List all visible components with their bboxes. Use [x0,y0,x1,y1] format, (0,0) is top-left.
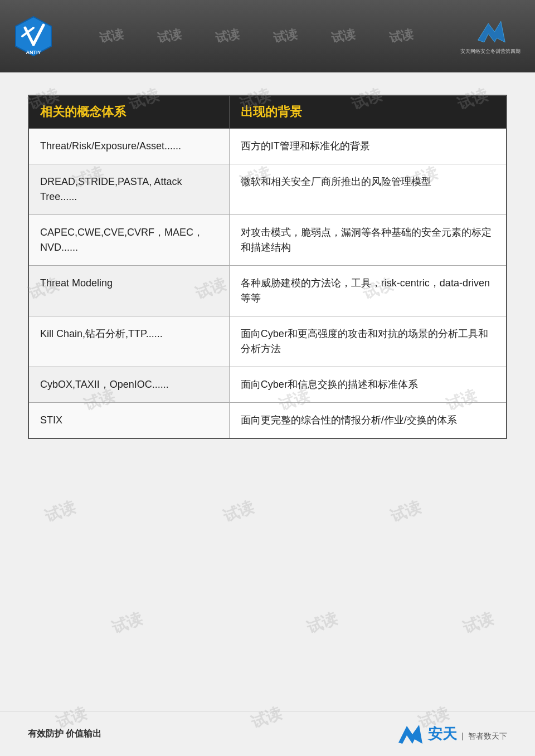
logo-area: ANTIY [11,14,56,58]
main-content: 相关的概念体系 出现的背景 Threat/Risk/Exposure/Asset… [0,72,535,461]
main-table: 相关的概念体系 出现的背景 Threat/Risk/Exposure/Asset… [28,95,507,439]
table-cell-col2-0: 西方的IT管理和标准化的背景 [229,129,507,164]
watermark-19: 试读 [304,608,341,639]
header-wm-6: 试读 [388,26,415,46]
table-cell-col1-4: Kill Chain,钻石分析,TTP...... [28,316,229,367]
watermark-16: 试读 [220,497,257,528]
table-header-row: 相关的概念体系 出现的背景 [28,95,507,129]
footer-separator: | [461,731,464,740]
col2-header: 出现的背景 [229,95,507,129]
header-wm-4: 试读 [272,26,299,46]
footer-brand-sub: 智者数天下 [468,731,507,742]
watermark-18: 试读 [109,608,145,639]
table-cell-col2-3: 各种威胁建模的方法论，工具，risk-centric，data-driven等等 [229,266,507,316]
table-cell-col1-6: STIX [28,403,229,439]
footer-left-text: 有效防护 价值输出 [28,728,101,740]
header-wm-2: 试读 [156,26,183,46]
footer: 有效防护 价值输出 安天 | 智者数天下 [0,711,535,756]
table-row: CybOX,TAXII，OpenIOC......面向Cyber和信息交换的描述… [28,367,507,403]
header-watermarks: 试读 试读 试读 试读 试读 试读 [56,28,457,45]
col1-header: 相关的概念体系 [28,95,229,129]
table-row: DREAD,STRIDE,PASTA, Attack Tree......微软和… [28,164,507,215]
table-cell-col2-4: 面向Cyber和更高强度的攻击和对抗的场景的分析工具和分析方法 [229,316,507,367]
table-cell-col2-6: 面向更完整的综合性的情报分析/作业/交换的体系 [229,403,507,439]
table-cell-col2-1: 微软和相关安全厂商所推出的风险管理模型 [229,164,507,215]
header: ANTIY 试读 试读 试读 试读 试读 试读 安天网络安全冬训营第四期 [0,0,535,72]
table-cell-col2-2: 对攻击模式，脆弱点，漏洞等各种基础的安全元素的标定和描述结构 [229,215,507,266]
watermark-17: 试读 [387,497,424,528]
table-row: CAPEC,CWE,CVE,CVRF，MAEC，NVD......对攻击模式，脆… [28,215,507,266]
table-cell-col1-5: CybOX,TAXII，OpenIOC...... [28,367,229,403]
table-row: STIX面向更完整的综合性的情报分析/作业/交换的体系 [28,403,507,439]
table-row: Threat/Risk/Exposure/Asset......西方的IT管理和… [28,129,507,164]
svg-marker-5 [478,21,505,42]
footer-brand-text: 安天 [428,724,457,744]
table-cell-col2-5: 面向Cyber和信息交换的描述和标准体系 [229,367,507,403]
watermark-15: 试读 [42,497,79,528]
logo-hexagon: ANTIY [11,14,56,58]
table-row: Kill Chain,钻石分析,TTP......面向Cyber和更高强度的攻击… [28,316,507,367]
svg-text:ANTIY: ANTIY [26,50,41,55]
watermark-20: 试读 [460,608,497,639]
table-cell-col1-1: DREAD,STRIDE,PASTA, Attack Tree...... [28,164,229,215]
header-right-logo: 安天网络安全冬训营第四期 [457,14,524,58]
header-wm-5: 试读 [330,26,357,46]
footer-logo-icon [396,723,424,745]
footer-right: 安天 | 智者数天下 [396,723,507,745]
table-cell-col1-3: Threat Modeling [28,266,229,316]
table-row: Threat Modeling各种威胁建模的方法论，工具，risk-centri… [28,266,507,316]
table-cell-col1-2: CAPEC,CWE,CVE,CVRF，MAEC，NVD...... [28,215,229,266]
svg-marker-7 [398,725,422,744]
header-brand-subtitle: 安天网络安全冬训营第四期 [460,48,521,55]
header-wm-3: 试读 [214,26,241,46]
header-wm-1: 试读 [98,26,125,46]
footer-brand-area: 安天 | 智者数天下 [428,724,507,744]
table-cell-col1-0: Threat/Risk/Exposure/Asset...... [28,129,229,164]
